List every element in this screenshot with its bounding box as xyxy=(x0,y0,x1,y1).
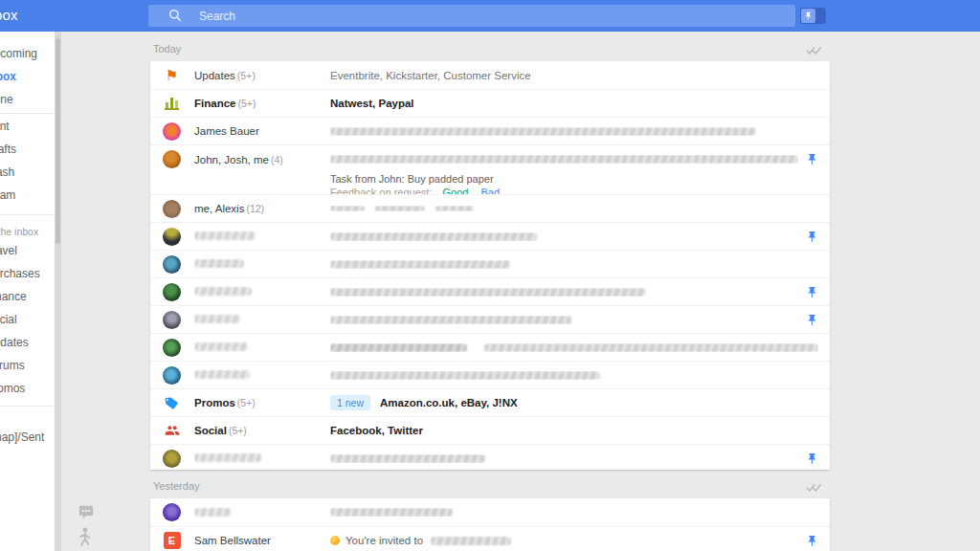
email-row[interactable] xyxy=(150,361,830,388)
section-header-yesterday: Yesterday xyxy=(153,480,830,492)
sidebar-divider xyxy=(0,406,55,407)
avatar xyxy=(163,255,181,274)
bar-chart-icon xyxy=(163,95,181,113)
sender-name: me, Alexis xyxy=(194,203,244,214)
section-header-today: Today xyxy=(153,43,830,55)
people-icon xyxy=(163,422,181,440)
sidebar-item-upcoming[interactable]: Upcoming xyxy=(0,47,37,60)
email-row-invitation[interactable]: E Sam Bellswater You're invited to xyxy=(150,526,830,551)
task-line: Task from John: Buy padded paper xyxy=(330,173,818,185)
redacted-subject xyxy=(330,371,600,380)
avatar xyxy=(163,311,181,329)
bundle-name: Promos xyxy=(194,397,235,408)
search-icon xyxy=(168,9,183,23)
avatar xyxy=(163,122,181,141)
pushpin-icon xyxy=(801,9,815,23)
sidebar-item-imap-sent[interactable]: [Imap]/Sent xyxy=(0,430,44,444)
sidebar-divider xyxy=(0,214,55,215)
email-row[interactable] xyxy=(150,305,830,333)
sidebar-item-spam[interactable]: Spam xyxy=(0,188,15,202)
email-row-social-bundle[interactable]: Social(5+) Facebook, Twitter xyxy=(150,416,830,444)
redacted-subject xyxy=(431,537,511,545)
sidebar-item-updates[interactable]: Updates xyxy=(0,336,29,349)
double-check-icon xyxy=(806,45,822,56)
redacted-subject xyxy=(330,206,365,211)
avatar xyxy=(163,450,181,468)
sidebar-item-purchases[interactable]: Purchases xyxy=(0,267,40,280)
redacted-sender xyxy=(194,453,261,462)
today-email-card: ⚑ Updates(5+) Eventbrite, Kickstarter, C… xyxy=(150,61,830,470)
new-count-badge: 1 new xyxy=(330,395,370,410)
sidebar-item-sent[interactable]: Sent xyxy=(0,120,10,133)
redacted-subject xyxy=(484,343,818,352)
redacted-sender xyxy=(194,231,256,240)
pin-icon[interactable] xyxy=(806,231,818,243)
sender-name: Sam Bellswater xyxy=(194,535,271,546)
email-row-finance-bundle[interactable]: Finance(5+) Natwest, Paypal xyxy=(150,89,830,117)
sender-name: James Bauer xyxy=(194,125,259,137)
avatar xyxy=(163,503,181,521)
eventbrite-avatar: E xyxy=(164,532,181,549)
sidebar-item-finance[interactable]: Finance xyxy=(0,290,27,303)
email-row[interactable]: James Bauer xyxy=(150,117,830,144)
bundle-name: Updates xyxy=(194,70,235,81)
sidebar-scrollbar[interactable] xyxy=(55,32,61,551)
redacted-sender xyxy=(194,287,252,296)
sidebar-item-promos[interactable]: Promos xyxy=(0,382,25,395)
email-row[interactable] xyxy=(150,444,830,470)
double-check-icon xyxy=(806,482,822,494)
avatar xyxy=(163,339,181,357)
person-figure-icon[interactable] xyxy=(77,527,93,551)
sidebar-item-trash[interactable]: Trash xyxy=(0,165,14,179)
scrollbar-thumb[interactable] xyxy=(56,38,60,244)
sweep-done-button[interactable] xyxy=(806,43,822,60)
sidebar-item-done[interactable]: Done xyxy=(0,93,13,106)
sweep-done-button[interactable] xyxy=(806,480,822,497)
pin-icon[interactable] xyxy=(806,314,818,326)
sidebar-bundles-header: Bundled in the inbox xyxy=(0,226,38,237)
redacted-subject xyxy=(330,127,756,136)
bundle-count: (5+) xyxy=(237,98,256,109)
sidebar-item-drafts[interactable]: Drafts xyxy=(0,143,16,156)
sidebar-item-forums[interactable]: Forums xyxy=(0,359,25,372)
avatar xyxy=(163,366,181,385)
email-row-promos-bundle[interactable]: Promos(5+) 1 new Amazon.co.uk, eBay, J!N… xyxy=(150,388,830,416)
sender-name: John, Josh, me xyxy=(194,154,269,165)
emoji-icon xyxy=(330,536,340,545)
sidebar-divider xyxy=(0,113,55,114)
email-row[interactable] xyxy=(150,498,830,526)
search-input[interactable]: Search xyxy=(148,5,795,27)
bundle-count: (5+) xyxy=(229,425,247,436)
redacted-subject xyxy=(330,316,571,324)
subject-text: You're invited to xyxy=(345,535,423,546)
app-title: Inbox xyxy=(0,7,18,23)
pin-icon[interactable] xyxy=(806,535,818,547)
email-row-updates-bundle[interactable]: ⚑ Updates(5+) Eventbrite, Kickstarter, C… xyxy=(150,61,830,89)
sidebar-item-inbox[interactable]: Inbox xyxy=(0,70,16,83)
email-row-with-task[interactable]: John, Josh, me(4) Task from John: Buy pa… xyxy=(150,144,830,194)
email-row[interactable] xyxy=(150,277,830,305)
pin-icon[interactable] xyxy=(806,153,818,165)
top-app-bar: Inbox Search xyxy=(0,0,980,32)
avatar xyxy=(163,150,181,168)
flag-icon: ⚑ xyxy=(163,66,181,84)
thread-count: (12) xyxy=(246,203,264,214)
email-row[interactable] xyxy=(150,222,830,250)
bundle-count: (5+) xyxy=(237,70,256,81)
thread-count: (4) xyxy=(271,154,283,165)
email-row[interactable] xyxy=(150,333,830,361)
email-row[interactable]: me, Alexis(12) xyxy=(150,194,830,222)
pinned-toggle[interactable] xyxy=(800,8,826,24)
pin-icon[interactable] xyxy=(806,286,818,298)
bundle-senders: Facebook, Twitter xyxy=(330,425,423,436)
feedback-bubble-icon[interactable] xyxy=(78,505,94,523)
sidebar-item-travel[interactable]: Travel xyxy=(0,244,17,257)
pin-icon[interactable] xyxy=(806,452,818,465)
search-placeholder: Search xyxy=(199,10,235,23)
avatar xyxy=(163,283,181,301)
email-row[interactable] xyxy=(150,250,830,277)
sidebar-item-social[interactable]: Social xyxy=(0,313,17,326)
redacted-subject xyxy=(330,260,510,269)
avatar xyxy=(163,200,181,218)
bundle-name: Finance xyxy=(194,98,235,109)
